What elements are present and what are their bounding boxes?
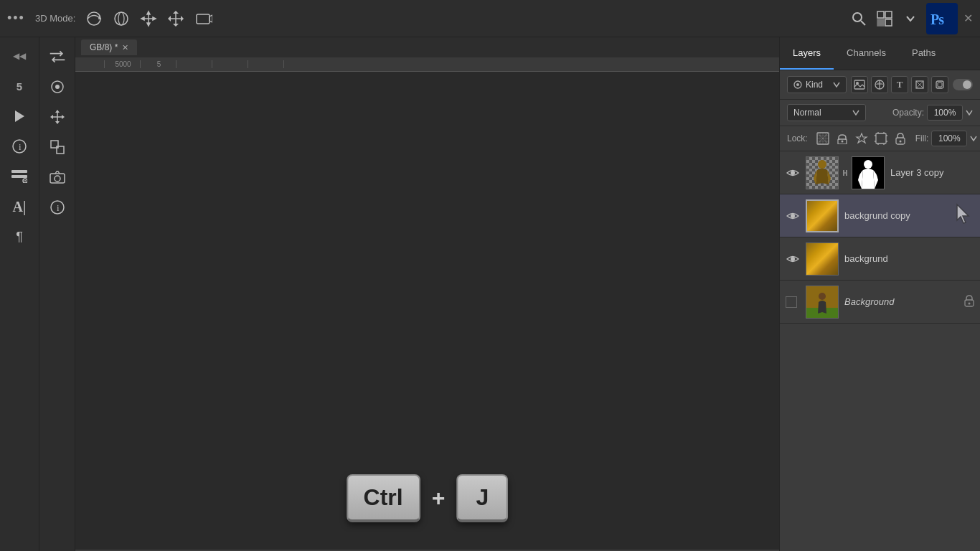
svg-rect-62 <box>876 133 886 143</box>
panel-tabs: Layers Channels Paths <box>780 37 980 70</box>
svg-point-68 <box>791 214 795 218</box>
svg-rect-27 <box>11 175 27 178</box>
layer-name: Layer 3 copy <box>890 167 974 178</box>
lock-image-icon[interactable] <box>834 131 850 146</box>
filter-adjustment-btn[interactable] <box>871 76 888 93</box>
tab-paths[interactable]: Paths <box>899 37 948 70</box>
svg-text:i: i <box>19 141 22 152</box>
layer-visibility-icon[interactable] <box>786 168 800 178</box>
tab-bar: GB/8) * ✕ <box>75 37 779 57</box>
lock-transparent-icon[interactable] <box>815 131 831 146</box>
svg-rect-46 <box>854 80 864 89</box>
svg-point-31 <box>55 85 60 89</box>
mode-label: 3D Mode: <box>35 13 75 24</box>
blend-mode-value: Normal <box>793 108 821 118</box>
slide-3d-icon[interactable] <box>166 9 186 29</box>
layer-thumb-container <box>806 199 839 232</box>
filter-toggle[interactable] <box>953 79 973 90</box>
layer-item-backgrundcopy[interactable]: backgrund copy <box>780 194 980 237</box>
play-icon[interactable] <box>6 103 32 129</box>
opacity-value[interactable]: 100% <box>927 105 963 121</box>
layer-thumb-image <box>806 242 839 276</box>
layer-thumb-container <box>806 242 839 276</box>
svg-point-67 <box>864 160 872 169</box>
search-icon[interactable] <box>849 9 869 29</box>
svg-text:Ps: Ps <box>930 11 944 27</box>
fill-arrow[interactable] <box>970 136 977 141</box>
move-icon[interactable] <box>45 105 70 129</box>
layout-icon[interactable] <box>875 9 895 29</box>
tab-layers[interactable]: Layers <box>780 37 834 70</box>
svg-marker-7 <box>173 11 179 14</box>
svg-rect-20 <box>885 19 892 26</box>
ruler-mark6 <box>283 60 319 68</box>
fill-value[interactable]: 100% <box>931 131 967 146</box>
text-tool-icon[interactable]: A| <box>6 194 32 220</box>
layer-checkbox-empty <box>786 296 800 308</box>
layer-item-backgrund[interactable]: backgrund <box>780 237 980 281</box>
lock-all-icon[interactable] <box>892 131 908 146</box>
svg-rect-26 <box>11 170 27 173</box>
svg-point-64 <box>899 140 901 142</box>
ctrl-key: Ctrl <box>347 474 420 522</box>
info2-icon[interactable]: i <box>45 195 70 220</box>
tab-channels[interactable]: Channels <box>834 37 899 70</box>
filter-smart-btn[interactable] <box>931 76 948 93</box>
opacity-row: Opacity: 100% <box>892 105 973 121</box>
svg-point-65 <box>791 171 795 175</box>
j-key: J <box>456 474 508 522</box>
pan-3d-icon[interactable] <box>138 9 159 29</box>
svg-marker-8 <box>173 24 179 27</box>
filter-text-btn[interactable]: T <box>891 76 908 93</box>
layer-thumb-container <box>806 156 885 189</box>
svg-marker-23 <box>15 110 24 122</box>
svg-rect-17 <box>877 11 884 18</box>
layers-list: Layer 3 copy backgrund copy <box>780 151 980 551</box>
circle-icon[interactable] <box>45 75 70 99</box>
right-panel: Layers Channels Paths Kind <box>779 37 980 551</box>
ruler-mark3 <box>176 60 212 68</box>
lock-artboard-icon[interactable] <box>873 131 889 146</box>
filter-image-btn[interactable] <box>851 76 868 93</box>
lock-label: Lock: <box>787 133 808 143</box>
second-sidebar: i <box>39 37 75 551</box>
layers-manager-icon[interactable] <box>6 164 32 189</box>
toolbar-icons <box>84 9 213 29</box>
left-sidebar: ◀◀ 5 i A| ¶ <box>0 37 39 551</box>
blend-mode-dropdown[interactable]: Normal <box>787 104 866 121</box>
layer-visibility-icon[interactable] <box>786 254 800 264</box>
collapse-left-icon[interactable]: ◀◀ <box>6 43 32 69</box>
svg-marker-32 <box>55 110 60 113</box>
svg-point-74 <box>969 302 971 304</box>
tab-close-button[interactable]: ✕ <box>122 43 128 52</box>
camera-3d-icon[interactable] <box>193 9 213 29</box>
layer-name: backgrund <box>844 253 974 264</box>
paragraph-icon[interactable]: ¶ <box>6 224 32 250</box>
svg-marker-35 <box>62 115 65 119</box>
layer-visibility-icon[interactable] <box>786 211 800 221</box>
close-button[interactable]: ✕ <box>963 11 973 25</box>
info-icon[interactable]: i <box>6 133 32 159</box>
opacity-arrow[interactable] <box>966 110 973 116</box>
svg-point-15 <box>853 13 862 22</box>
filter-kind-dropdown[interactable]: Kind <box>787 76 847 93</box>
tool-number: 5 <box>6 73 32 99</box>
transform-icon[interactable] <box>45 135 70 159</box>
layer-lock-icon <box>964 295 974 309</box>
layer-item-layer3copy[interactable]: Layer 3 copy <box>780 151 980 194</box>
document-tab[interactable]: GB/8) * ✕ <box>81 39 137 55</box>
camera-icon[interactable] <box>45 165 70 189</box>
tab-label: GB/8) * <box>90 42 118 52</box>
ruler-mark4 <box>212 60 248 68</box>
svg-rect-13 <box>197 14 209 24</box>
layer-item-background[interactable]: Background <box>780 281 980 324</box>
rotate-3d-icon[interactable] <box>84 9 104 29</box>
svg-point-29 <box>24 180 26 182</box>
lock-position-icon[interactable] <box>854 131 870 146</box>
ruler-mark: 5000 <box>104 60 140 68</box>
orbit-3d-icon[interactable] <box>111 9 131 29</box>
chevron-down-icon[interactable] <box>900 9 920 29</box>
filter-shape-btn[interactable] <box>911 76 928 93</box>
layer-name: backgrund copy <box>844 210 948 221</box>
swap-icon[interactable] <box>45 44 70 69</box>
